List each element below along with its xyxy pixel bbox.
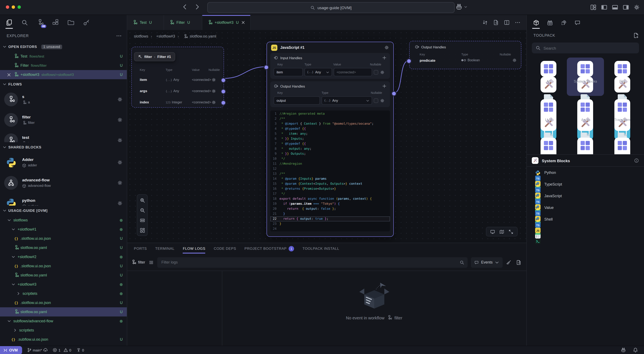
tree-item[interactable]: {} slotflow.oo.yaml U: [0, 243, 127, 252]
gear-icon[interactable]: [117, 117, 123, 122]
tree-item[interactable]: {} slotflows: [0, 216, 127, 225]
fullscreen-button[interactable]: [508, 229, 514, 234]
tree-item[interactable]: {} .slotflow.ui.oo.json U: [0, 298, 127, 307]
activity-folder-button[interactable]: [66, 16, 76, 29]
toolpack-category[interactable]: [ ]: [530, 134, 567, 154]
shared-block-item[interactable]: Adder adder: [0, 152, 127, 172]
toolpack-category[interactable]: [ ]: [604, 134, 641, 154]
log-search-input[interactable]: [157, 257, 468, 268]
code-editor[interactable]: 1 //#region generated meta 2 /** 3 * @im…: [270, 110, 390, 232]
close-icon[interactable]: [7, 72, 11, 77]
gear-icon[interactable]: [380, 98, 384, 103]
activity-explorer-button[interactable]: [4, 16, 14, 29]
toolpack-category[interactable]: [ ]: [567, 134, 604, 154]
toggle-right-panel-icon[interactable]: [623, 4, 629, 10]
history-back-icon[interactable]: [182, 4, 188, 10]
activity-blocks-button[interactable]: [50, 16, 60, 29]
assistant-menu[interactable]: [456, 3, 468, 10]
output-key-field[interactable]: output: [274, 96, 320, 105]
ports-button[interactable]: 0: [76, 348, 84, 352]
panel-tab[interactable]: PORTS: [134, 243, 147, 254]
editor-tab[interactable]: Filter U: [164, 15, 202, 30]
split-editor-icon[interactable]: [504, 20, 510, 26]
assistant-icon[interactable]: [621, 347, 626, 353]
more-actions-icon[interactable]: [515, 20, 520, 26]
breadcrumb-segment[interactable]: slotflows: [134, 34, 148, 38]
add-input-icon[interactable]: [382, 56, 387, 60]
export-logs-icon[interactable]: [516, 260, 521, 265]
minimap-button[interactable]: [499, 229, 504, 234]
gear-icon[interactable]: [384, 45, 389, 50]
store-tab-button[interactable]: [546, 16, 554, 29]
gear-icon[interactable]: [212, 100, 216, 105]
clear-logs-icon[interactable]: [506, 260, 511, 265]
feedback-tab-button[interactable]: [573, 16, 582, 29]
panel-tab[interactable]: TOOLPACK INSTALL: [302, 243, 339, 254]
output-slot-node[interactable]: Output Handles Key Type Nullable predica…: [409, 41, 521, 69]
breadcrumb-segment[interactable]: slotflow.oo.yaml: [178, 34, 216, 38]
shared-block-item[interactable]: advanced-flow advanced-flow: [0, 172, 127, 193]
tree-item[interactable]: {} +slotflow#1: [0, 225, 127, 234]
log-flow-selector[interactable]: filter: [131, 260, 145, 265]
activity-flows-button[interactable]: 48: [35, 16, 45, 29]
toolpack-category[interactable]: [ ] All: [530, 58, 567, 96]
system-block-item[interactable]: TS JS TypeScript: [527, 178, 644, 190]
breadcrumb-segment[interactable]: +slotflow#3: [151, 34, 175, 38]
problems-button[interactable]: 1 0: [53, 348, 71, 352]
gear-icon[interactable]: [117, 160, 123, 165]
javascript-node[interactable]: JS JavaScript #1 Input Handles Key Type: [266, 42, 394, 237]
log-list-icon[interactable]: [148, 260, 154, 265]
window-controls[interactable]: [6, 6, 21, 9]
editor-tab[interactable]: Test U: [127, 15, 164, 30]
duplicate-file-icon[interactable]: [493, 20, 499, 26]
input-port[interactable]: [264, 66, 268, 69]
toggle-left-panel-icon[interactable]: [601, 4, 607, 10]
tree-item[interactable]: {} subflows/advanced-flow: [0, 316, 127, 326]
compare-changes-icon[interactable]: [482, 20, 488, 26]
flow-item[interactable]: filter filter: [0, 110, 127, 130]
settings-gear-icon[interactable]: [634, 4, 640, 10]
panel-tab[interactable]: CODE DEPS: [214, 243, 236, 254]
open-editor-item[interactable]: +slotflow#3 slotflows/+slotflow#3 U: [0, 70, 127, 79]
system-block-item[interactable]: TS JS Shell: [527, 214, 644, 225]
flow-item[interactable]: test test: [0, 130, 127, 142]
output-port[interactable]: [222, 90, 225, 94]
toolpack-tab-button[interactable]: [532, 16, 540, 29]
info-icon[interactable]: [634, 158, 639, 163]
tree-item[interactable]: {} +slotflow#2: [0, 252, 127, 262]
gear-icon[interactable]: [117, 97, 123, 102]
add-toolpack-icon[interactable]: [633, 32, 639, 38]
tree-item[interactable]: {} scriptlets: [0, 289, 127, 298]
activity-secrets-button[interactable]: [81, 16, 91, 29]
panel-tab[interactable]: FLOW LOGS: [183, 243, 206, 254]
toggle-bottom-panel-icon[interactable]: [612, 4, 618, 10]
output-type-select[interactable]: {..}Any: [322, 96, 372, 105]
zoom-in-button[interactable]: [138, 196, 146, 204]
maximize-window-button[interactable]: [18, 6, 21, 9]
nullable-checkbox[interactable]: [374, 70, 378, 74]
toolpack-search-input[interactable]: [544, 46, 635, 50]
nullable-checkbox[interactable]: [374, 98, 378, 103]
open-editors-header[interactable]: OPEN EDITORS 1 unsaved: [0, 42, 127, 52]
toolpack-category[interactable]: [ ] LLM: [530, 96, 567, 134]
output-port[interactable]: [222, 78, 225, 82]
tree-item[interactable]: {} scriptlets: [0, 326, 127, 335]
output-port[interactable]: [392, 92, 396, 96]
flows-header[interactable]: FLOWS: [0, 79, 127, 89]
activity-search-button[interactable]: [20, 16, 30, 29]
shared-block-item[interactable]: python python: [0, 193, 127, 206]
screen-button[interactable]: [490, 229, 495, 234]
gear-icon[interactable]: [212, 89, 216, 94]
input-port[interactable]: [407, 59, 411, 63]
open-editor-item[interactable]: Test flows/test U: [0, 52, 127, 61]
tree-item[interactable]: {} +slotflow#3: [0, 280, 127, 289]
panel-tab[interactable]: TERMINAL: [155, 243, 174, 254]
tree-item[interactable]: {} .slotflow.ui.oo.json U: [0, 262, 127, 270]
tree-item[interactable]: {} .slotflow.ui.oo.json U: [0, 234, 127, 243]
deploy-tab-button[interactable]: [559, 16, 568, 29]
fit-view-button[interactable]: [138, 216, 146, 224]
minimize-window-button[interactable]: [12, 6, 15, 9]
notifications-bell-icon[interactable]: [633, 347, 638, 353]
toolpack-category[interactable]: [ ] System Blocks: [567, 58, 604, 96]
input-key-field[interactable]: item: [274, 68, 303, 76]
